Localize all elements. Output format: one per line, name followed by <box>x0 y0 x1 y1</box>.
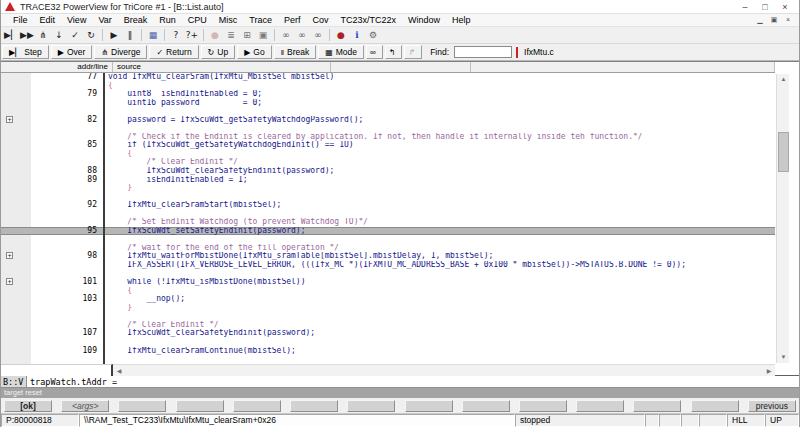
stack-view-icon[interactable]: ∞ <box>310 28 326 43</box>
breakpoint-column[interactable]: + <box>1 73 31 82</box>
scroll-right-icon[interactable]: ▶ <box>763 367 775 374</box>
scroll-down-icon[interactable]: ▼ <box>777 352 790 363</box>
breakpoint-column[interactable]: + <box>1 329 31 338</box>
code-line[interactable]: + 103 __nop(); <box>1 295 775 304</box>
go-icon[interactable]: ▶ <box>106 28 122 43</box>
breakpoint-column[interactable]: + <box>1 167 31 176</box>
over-button[interactable]: ▶Over <box>51 45 93 59</box>
diverge-icon[interactable]: ⋔ <box>35 28 51 43</box>
step-down-icon[interactable]: ↓ <box>51 28 67 43</box>
code-line[interactable]: + 85 if (IfxScuWdt_getSafetyWatchdogEndI… <box>1 141 775 150</box>
mode-icon[interactable]: ▦ <box>145 28 161 43</box>
maximize-icon[interactable]: □ <box>755 2 775 12</box>
breakpoint-column[interactable]: + <box>1 338 31 347</box>
breakpoint-column[interactable]: + <box>1 312 31 321</box>
softkey-blank[interactable] <box>462 400 510 412</box>
breakpoint-column[interactable]: + <box>1 235 31 244</box>
menu-edit[interactable]: Edit <box>34 15 62 25</box>
softkey-blank[interactable] <box>290 400 338 412</box>
softkey-blank[interactable] <box>405 400 453 412</box>
breakpoint-column[interactable]: + <box>1 295 31 304</box>
settings-wrench-icon[interactable]: ⚙ <box>365 28 381 43</box>
menu-help[interactable]: Help <box>446 15 477 25</box>
breakpoint-column[interactable]: + <box>1 218 31 227</box>
single-step-icon[interactable]: ▶▏ <box>3 28 19 43</box>
minimize-icon[interactable]: – <box>735 2 755 12</box>
register-window-icon[interactable]: ≣ <box>223 28 239 43</box>
step-button[interactable]: ▶▏Step <box>2 45 49 59</box>
code-line[interactable]: + { <box>1 287 775 296</box>
menu-var[interactable]: Var <box>92 15 117 25</box>
menu-perf[interactable]: Perf <box>278 15 307 25</box>
break-button[interactable]: ‖Break <box>274 45 317 59</box>
breakpoint-column[interactable]: + <box>1 252 31 261</box>
code-line[interactable]: + 98 IfxMtu_waitForMbistDone(IfxMtu_sram… <box>1 252 775 261</box>
breakpoint-bomb-icon[interactable]: ● <box>333 28 349 43</box>
breakpoint-column[interactable]: + <box>1 347 31 356</box>
breakpoint-column[interactable]: + <box>1 124 31 133</box>
code-line[interactable]: + <box>1 210 775 219</box>
breakpoint-column[interactable]: + <box>1 201 31 210</box>
expand-icon[interactable]: + <box>6 252 13 259</box>
code-line[interactable]: + <box>1 124 775 133</box>
breakpoint-column[interactable]: + <box>1 99 31 108</box>
mdi-restore-icon[interactable]: ▣ <box>767 16 781 24</box>
breakpoint-column[interactable]: + <box>1 321 31 330</box>
breakpoint-column[interactable]: + <box>1 227 31 236</box>
code-line[interactable]: + 109 IfxMtu_clearSramContinue(mbistSel)… <box>1 347 775 356</box>
breakpoint-column[interactable]: + <box>1 90 31 99</box>
menu-view[interactable]: View <box>61 15 92 25</box>
code-line[interactable]: + <box>1 107 775 116</box>
code-line[interactable]: + { <box>1 82 775 91</box>
code-line[interactable]: + { <box>1 150 775 159</box>
code-line[interactable]: + <box>1 312 775 321</box>
find-input[interactable] <box>454 46 512 58</box>
breakpoint-column[interactable]: + <box>1 193 31 202</box>
softkey-blank[interactable] <box>347 400 395 412</box>
code-line[interactable]: + 89 isEndInitEnabled = 1; <box>1 176 775 185</box>
variable-view-icon[interactable]: ∞ <box>294 28 310 43</box>
scrollbar-thumb[interactable] <box>778 132 789 172</box>
vertical-scrollbar[interactable]: ▲ ▼ <box>776 74 789 363</box>
breakpoint-column[interactable]: + <box>1 184 31 193</box>
menu-file[interactable]: File <box>7 15 34 25</box>
menu-misc[interactable]: Misc <box>213 15 244 25</box>
breakpoint-column[interactable]: + <box>1 176 31 185</box>
softkey-blank[interactable] <box>118 400 166 412</box>
breakpoint-column[interactable]: + <box>1 210 31 219</box>
code-line[interactable]: + uint16 password = 0; <box>1 99 775 108</box>
scroll-up-icon[interactable]: ▲ <box>777 74 790 85</box>
step-up-icon[interactable]: ↻ <box>83 28 99 43</box>
return-icon[interactable]: ✓ <box>67 28 83 43</box>
scroll-left-icon[interactable]: ◀ <box>113 367 125 374</box>
menu-break[interactable]: Break <box>118 15 154 25</box>
code-line[interactable]: + /* Set EndInit Watchdog (to prevent Wa… <box>1 218 775 227</box>
code-line[interactable]: + <box>1 270 775 279</box>
view-glasses-button[interactable]: ∞ <box>366 45 383 59</box>
breakpoint-column[interactable]: + <box>1 82 31 91</box>
code-line[interactable]: + <box>1 338 775 347</box>
code-line[interactable]: + <box>1 355 775 364</box>
breakpoint-column[interactable]: + <box>1 150 31 159</box>
code-line[interactable]: + /* Clear EndInit */ <box>1 158 775 167</box>
watch-view-icon[interactable]: ∞ <box>278 28 294 43</box>
system-info-icon[interactable]: ℹ <box>349 28 365 43</box>
code-line[interactable]: + } <box>1 304 775 313</box>
softkey-blank[interactable] <box>691 400 739 412</box>
breakpoint-column[interactable]: + <box>1 141 31 150</box>
code-line[interactable]: + IFX_ASSERT(IFX_VERBOSE_LEVEL_ERROR, ((… <box>1 261 775 270</box>
menu-cov[interactable]: Cov <box>306 15 334 25</box>
breakpoint-column[interactable]: + <box>1 278 31 287</box>
command-input[interactable] <box>27 376 799 387</box>
up-button[interactable]: ↻Up <box>201 45 236 59</box>
code-line[interactable]: + <box>1 193 775 202</box>
breakpoint-column[interactable]: + <box>1 270 31 279</box>
softkey-blank[interactable] <box>519 400 567 412</box>
go-button[interactable]: ▶Go <box>237 45 272 59</box>
code-line[interactable]: + 79 uint8 isEndInitEnabled = 0; <box>1 90 775 99</box>
memory-dump-icon[interactable]: ⊞ <box>239 28 255 43</box>
return-button[interactable]: ✓Return <box>149 45 198 59</box>
softkey-blank[interactable] <box>176 400 224 412</box>
breakpoint-column[interactable]: + <box>1 304 31 313</box>
mdi-close-icon[interactable]: × <box>781 16 795 24</box>
